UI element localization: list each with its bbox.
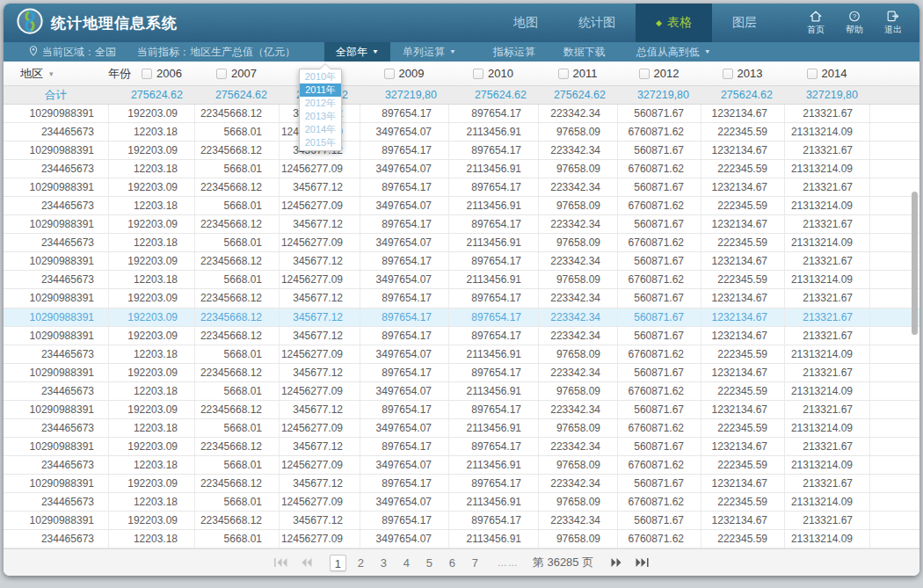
table-cell: 897654.17 [360,475,448,492]
table-cell: 897654.17 [360,178,448,196]
table-cell: 6760871.62 [617,493,701,511]
table-cell: 1232134.67 [701,512,784,529]
dropdown-option[interactable]: 2014年 [300,123,341,136]
table-row[interactable]: 10290988391192203.0922345668.12345677.12… [4,327,919,345]
next-page-button[interactable] [607,557,625,568]
page-button[interactable]: 6 [444,555,461,571]
table-row[interactable]: 23446567312203.185668.0112456277.0934976… [4,382,919,401]
table-cell: 213321.67 [784,289,869,307]
table-row[interactable]: 23446567312203.185668.0112456277.0934976… [4,160,919,178]
exit-button[interactable]: 退出 [877,11,909,36]
table-row[interactable]: 10290988391192203.0922345668.12345677.12… [4,289,919,308]
prev-page-button[interactable] [298,557,316,568]
table-row[interactable]: 10290988391192203.0922345668.12345677.12… [4,215,919,234]
table-cell: 897654.17 [360,289,448,307]
dropdown-option[interactable]: 2015年 [300,136,341,149]
table-row[interactable]: 23446567312203.185668.0112456277.0934976… [4,123,919,142]
table-row[interactable]: 23446567312203.185668.0112456277.0934976… [4,197,919,215]
row-gutter [869,512,919,529]
column-calc-button[interactable]: 单列运算 ▼ [399,42,460,62]
data-download-button[interactable]: 数据下载 [560,42,609,62]
year-checkbox[interactable] [384,69,395,79]
table-scrollbar[interactable] [912,192,918,335]
region-column-header[interactable]: 地区 ▾ [4,62,108,85]
table-cell: 97658.09 [538,345,617,363]
page-button[interactable]: 1 [330,555,346,571]
table-cell: 5668.01 [194,493,279,511]
page-button[interactable]: 3 [375,555,392,571]
year-checkbox[interactable] [142,69,152,79]
sort-order-button[interactable]: 总值从高到低 ▼ [633,42,715,62]
table-cell: 897654.17 [448,178,538,196]
year-checkbox[interactable] [558,69,569,79]
indicator-calc-button[interactable]: 指标运算 [490,42,539,62]
dropdown-option[interactable]: 2010年 [300,70,341,83]
nav-item-map[interactable]: 地图 [493,4,558,42]
page-background: 统计地理信息系统 地图 统计图 ◆ 表格 图层 首页 [0,0,923,588]
page-button[interactable]: 4 [398,555,415,571]
table-row[interactable]: 23446567312203.185668.0112456277.0934976… [4,530,919,548]
table-row[interactable]: 23446567312203.185668.0112456277.0934976… [4,234,919,252]
year-header-label: 2011 [573,67,598,80]
table-row[interactable]: 10290988391192203.0922345668.12345677.12… [4,178,919,197]
page-info: 第 36285 页 [533,555,593,570]
page-button[interactable]: 2 [352,555,369,571]
dropdown-option[interactable]: 2013年 [300,110,341,123]
last-page-button[interactable] [632,557,652,568]
year-checkbox[interactable] [807,69,818,79]
table-cell: 897654.17 [448,309,538,326]
table-header-row: 地区 ▾ 年份200620072008200920102011201220132… [4,62,919,86]
table-row[interactable]: 10290988391192203.0922345668.12345677.12… [4,401,919,419]
help-button[interactable]: ? 帮助 [839,11,870,36]
table-cell: 213321.67 [784,105,869,122]
table-row[interactable]: 10290988391192203.0922345668.12345677.12… [4,142,919,160]
nav-item-chart[interactable]: 统计图 [558,4,636,42]
table-cell: 97658.09 [538,382,617,400]
table-row[interactable]: 23446567312203.185668.0112456277.0934976… [4,345,919,364]
nav-item-layers[interactable]: 图层 [712,4,777,42]
year-checkbox[interactable] [723,69,733,79]
table-cell: 12203.18 [108,530,194,548]
year-column-header: 年份2006 [108,62,194,85]
table-cell: 560871.67 [617,512,701,529]
year-row-label: 年份 [108,66,131,82]
table-cell: 12456277.09 [279,419,360,437]
table-cell: 897654.17 [360,327,448,345]
table-cell: 897654.17 [448,401,538,418]
table-row[interactable]: 10290988391192203.0922345668.12345677.12… [4,105,919,123]
help-icon: ? [848,11,861,22]
table-row[interactable]: 10290988391192203.0922345668.12345677.12… [4,438,919,456]
page-button[interactable]: 5 [421,555,438,571]
nav-item-table-active[interactable]: ◆ 表格 [636,4,712,42]
dropdown-option[interactable]: 2012年 [300,97,341,110]
table-cell: 1232134.67 [701,309,784,326]
table-cell: 22345668.12 [194,309,279,326]
app-logo-icon [17,8,43,38]
dropdown-option[interactable]: 2011年 [300,83,341,97]
table-cell: 10290988391 [4,512,108,529]
table-cell: 12203.18 [108,123,194,141]
table-cell: 22345668.12 [194,252,279,270]
table-row[interactable]: 23446567312203.185668.0112456277.0934976… [4,271,919,289]
year-filter-button[interactable]: 全部年 ▼ [324,42,390,62]
year-checkbox[interactable] [216,69,227,79]
home-button[interactable]: 首页 [800,11,832,36]
year-checkbox[interactable] [639,69,650,79]
table-row[interactable]: 10290988391192203.0922345668.12345677.12… [4,475,919,493]
table-row[interactable]: 10290988391192203.0922345668.12345677.12… [4,252,919,271]
total-cell: 275624.62 [701,86,784,104]
table-cell: 223342.34 [538,438,617,455]
table-row[interactable]: 23446567312203.185668.0112456277.0934976… [4,493,919,512]
table-row[interactable]: 23446567312203.185668.0112456277.0934976… [4,456,919,475]
table-cell: 12203.18 [108,456,194,474]
table-row[interactable]: 10290988391192203.0922345668.12345677.12… [4,364,919,382]
page-button[interactable]: 7 [467,555,483,571]
year-checkbox[interactable] [473,69,483,79]
first-page-button[interactable] [271,557,291,568]
table-cell: 234465673 [4,419,108,437]
table-row[interactable]: 10290988391192203.0922345668.12345677.12… [4,512,919,530]
table-cell: 223342.34 [538,289,617,307]
table-row[interactable]: 23446567312203.185668.0112456277.0934976… [4,419,919,438]
table-row-selected[interactable]: 10290988391192203.0922345668.12345677.12… [4,309,919,327]
table-cell: 192203.09 [108,401,194,418]
